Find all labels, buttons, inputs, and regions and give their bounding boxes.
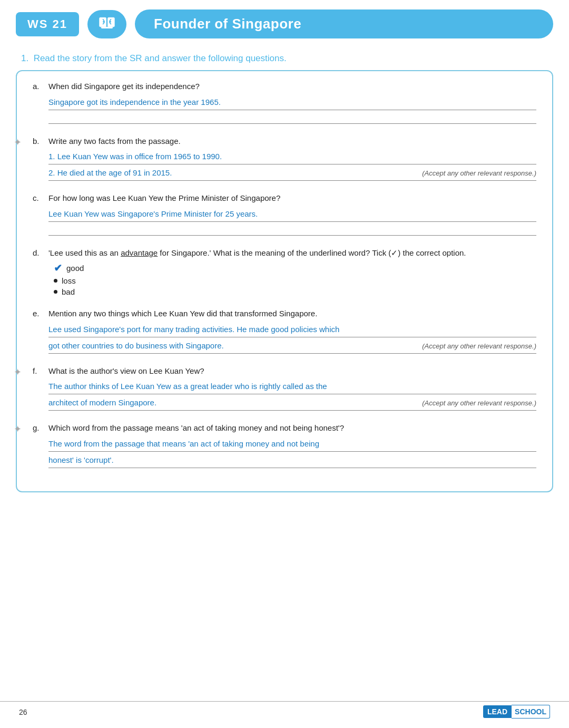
options-list-d: ✔ good loss bad (54, 262, 536, 296)
q-label-b: b. (33, 135, 48, 183)
ws-badge: WS 21 (16, 12, 79, 36)
question-d: d. 'Lee used this as an advantage for Si… (33, 247, 536, 299)
q-text-c: For how long was Lee Kuan Yew the Prime … (48, 192, 536, 205)
q-answer-f2: architect of modern Singapore. (Accept a… (48, 396, 536, 411)
question-e: e. Mention any two things which Lee Kuan… (33, 308, 536, 356)
svg-point-4 (110, 21, 111, 22)
q-content-b: Write any two facts from the passage. 1.… (48, 135, 536, 183)
q-answer-g2: honest' is 'corrupt'. (48, 454, 536, 468)
header-title: Founder of Singapore (154, 16, 301, 32)
underlined-word: advantage (121, 248, 158, 257)
question-f: ✦ f. What is the author's view on Lee Ku… (33, 365, 536, 413)
option-loss: loss (54, 276, 536, 285)
question-b: ✦ b. Write any two facts from the passag… (33, 135, 536, 183)
q-answer-c: Lee Kuan Yew was Singapore's Prime Minis… (48, 208, 536, 222)
q-text-f: What is the author's view on Lee Kuan Ye… (48, 365, 536, 377)
q-content-c: For how long was Lee Kuan Yew the Prime … (48, 192, 536, 238)
q-text-g: Which word from the passage means 'an ac… (48, 422, 536, 434)
q-answer-line-a (48, 112, 536, 124)
sun-icon-b: ✦ (14, 137, 22, 148)
q-label-e: e. (33, 308, 48, 356)
q-content-g: Which word from the passage means 'an ac… (48, 422, 536, 470)
question-g: ✦ g. Which word from the passage means '… (33, 422, 536, 470)
accept-note-e: (Accept any other relevant response.) (422, 341, 536, 352)
q-label-f: f. (33, 365, 48, 413)
q-content-a: When did Singapore get its independence?… (48, 81, 536, 126)
option-bad: bad (54, 287, 536, 296)
content-box: a. When did Singapore get its independen… (16, 70, 553, 492)
instruction-text: Read the story from the SR and answer th… (34, 53, 287, 63)
question-a: a. When did Singapore get its independen… (33, 81, 536, 126)
sun-icon-g: ✦ (14, 423, 22, 435)
q-content-f: What is the author's view on Lee Kuan Ye… (48, 365, 536, 413)
svg-point-3 (103, 21, 104, 22)
header-icon-box (87, 10, 126, 38)
svg-rect-2 (101, 26, 113, 28)
accept-note-f: (Accept any other relevant response.) (422, 398, 536, 409)
q-label-g: g. (33, 422, 48, 470)
accept-note-b: (Accept any other relevant response.) (422, 168, 536, 179)
q-answer-b2-text: 2. He died at the age of 91 in 2015. (48, 167, 172, 179)
option-loss-text: loss (62, 276, 76, 285)
q-answer-e2-text: got other countries to do business with … (48, 339, 224, 352)
sun-icon-f: ✦ (14, 366, 22, 378)
school-label: SCHOOL (512, 705, 550, 719)
option-good: ✔ good (54, 262, 536, 274)
q-answer-f2-text: architect of modern Singapore. (48, 396, 156, 409)
q-answer-b1: 1. Lee Kuan Yew was in office from 1965 … (48, 150, 536, 164)
option-bad-text: bad (62, 287, 75, 296)
q-answer-line-c (48, 224, 536, 236)
bullet-bad (54, 290, 57, 294)
q-label-d: d. (33, 247, 48, 299)
lead-label: LEAD (483, 705, 512, 718)
q-label-c: c. (33, 192, 48, 238)
q-answer-e2: got other countries to do business with … (48, 339, 536, 354)
q-answer-f1: The author thinks of Lee Kuan Yew as a g… (48, 380, 536, 394)
page-number: 26 (19, 704, 27, 716)
header: WS 21 Founder of Singapore (0, 0, 569, 44)
q-label-a: a. (33, 81, 48, 126)
instruction-number: 1. (21, 53, 28, 63)
rc-icon (97, 14, 117, 34)
main-instruction: 1. Read the story from the SR and answer… (0, 44, 569, 70)
footer: 26 LEAD SCHOOL (0, 701, 569, 719)
q-answer-e1: Lee used Singapore's port for many tradi… (48, 323, 536, 337)
lead-school-badge: LEAD SCHOOL (483, 702, 550, 719)
option-good-text: good (66, 264, 84, 273)
svg-rect-0 (100, 17, 106, 26)
q-answer-b2: 2. He died at the age of 91 in 2015. (Ac… (48, 167, 536, 181)
header-title-box: Founder of Singapore (135, 9, 553, 38)
question-c: c. For how long was Lee Kuan Yew the Pri… (33, 192, 536, 238)
q-content-d: 'Lee used this as an advantage for Singa… (48, 247, 536, 299)
q-answer-a: Singapore got its independence in the ye… (48, 96, 536, 110)
q-text-d: 'Lee used this as an advantage for Singa… (48, 247, 536, 259)
q-content-e: Mention any two things which Lee Kuan Ye… (48, 308, 536, 356)
q-text-a: When did Singapore get its independence? (48, 81, 536, 93)
tick-icon: ✔ (54, 262, 62, 274)
q-answer-g1: The word from the passage that means 'an… (48, 438, 536, 452)
bullet-loss (54, 279, 57, 283)
svg-rect-1 (108, 17, 115, 26)
q-text-e: Mention any two things which Lee Kuan Ye… (48, 308, 536, 320)
q-text-b: Write any two facts from the passage. (48, 135, 536, 148)
